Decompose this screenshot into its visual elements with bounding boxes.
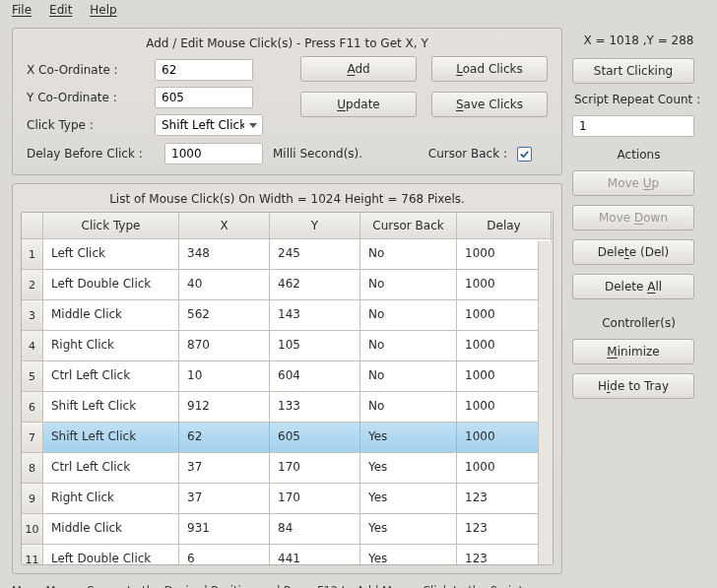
cell-cursorback: Yes xyxy=(360,453,457,483)
cell-x: 562 xyxy=(179,300,270,330)
cell-x: 912 xyxy=(179,392,270,422)
cell-cursorback: No xyxy=(360,361,457,391)
row-number: 6 xyxy=(22,392,43,422)
row-number: 8 xyxy=(22,453,43,483)
move-down-button[interactable]: Move Down xyxy=(572,205,694,230)
cell-x: 931 xyxy=(179,514,270,544)
save-clicks-button[interactable]: Save Clicks xyxy=(431,92,548,117)
menubar: File Edit Help xyxy=(0,0,717,20)
cell-x: 870 xyxy=(179,331,270,360)
cell-clicktype: Middle Click xyxy=(43,300,179,330)
cell-y: 605 xyxy=(270,423,360,452)
cell-x: 10 xyxy=(179,361,270,391)
controllers-label: Controller(s) xyxy=(572,314,705,330)
add-edit-panel: Add / Edit Mouse Click(s) - Press F11 to… xyxy=(12,28,562,175)
list-panel: List of Mouse Click(s) On Width = 1024 H… xyxy=(12,183,562,574)
table-row[interactable]: 2Left Double Click40462No1000 xyxy=(22,270,553,300)
actions-label: Actions xyxy=(572,146,705,162)
cell-x: 40 xyxy=(179,270,270,299)
cell-clicktype: Ctrl Left Click xyxy=(43,453,179,483)
row-number: 10 xyxy=(22,514,43,544)
th-clicktype[interactable]: Click Type xyxy=(43,213,179,238)
update-button[interactable]: Update xyxy=(300,92,417,117)
row-number: 1 xyxy=(22,239,43,269)
move-up-button[interactable]: Move Up xyxy=(572,170,694,196)
clicktype-select[interactable]: Shift Left Click xyxy=(155,114,263,136)
repeat-input[interactable] xyxy=(572,115,694,137)
delete-all-button[interactable]: Delete All xyxy=(572,274,694,299)
load-clicks-button[interactable]: Load Clicks xyxy=(431,56,548,82)
table-row[interactable]: 11Left Double Click6441Yes123 xyxy=(22,545,553,564)
status-bar: Move Mouse Cursor to the Desired Positio… xyxy=(0,578,717,588)
cell-x: 37 xyxy=(179,453,270,483)
cell-y: 105 xyxy=(270,331,360,360)
x-input[interactable] xyxy=(155,59,253,81)
table-row[interactable]: 5Ctrl Left Click10604No1000 xyxy=(22,361,553,392)
cell-y: 441 xyxy=(270,545,360,564)
cell-y: 170 xyxy=(270,453,360,483)
cell-cursorback: Yes xyxy=(360,545,457,564)
cursor-back-checkbox[interactable] xyxy=(517,147,532,162)
table-row[interactable]: 3Middle Click562143No1000 xyxy=(22,300,553,331)
repeat-label: Script Repeat Count : xyxy=(572,93,705,106)
th-cursorback[interactable]: Cursor Back xyxy=(360,213,457,238)
row-number: 9 xyxy=(22,484,43,513)
table-row[interactable]: 10Middle Click93184Yes123 xyxy=(22,514,553,545)
table-header: Click Type X Y Cursor Back Delay xyxy=(22,213,553,239)
table-row[interactable]: 8Ctrl Left Click37170Yes1000 xyxy=(22,453,553,484)
coords-readout: X = 1018 ,Y = 288 xyxy=(572,28,705,49)
cell-x: 6 xyxy=(179,545,270,564)
y-input[interactable] xyxy=(155,87,253,108)
hide-to-tray-button[interactable]: Hide to Tray xyxy=(572,373,694,399)
cell-clicktype: Right Click xyxy=(43,484,179,513)
minimize-button[interactable]: Minimize xyxy=(572,339,694,364)
th-delay[interactable]: Delay xyxy=(457,213,552,238)
list-title: List of Mouse Click(s) On Width = 1024 H… xyxy=(21,190,554,212)
table-row[interactable]: 6Shift Left Click912133No1000 xyxy=(22,392,553,423)
add-edit-title: Add / Edit Mouse Click(s) - Press F11 to… xyxy=(27,34,548,56)
x-label: X Co-Ordinate : xyxy=(27,63,155,77)
start-clicking-button[interactable]: Start Clicking xyxy=(572,58,694,84)
delete-button[interactable]: Delete (Del) xyxy=(572,239,694,265)
menu-file[interactable]: File xyxy=(12,3,32,17)
cell-clicktype: Shift Left Click xyxy=(43,423,179,452)
delay-input[interactable] xyxy=(164,143,263,164)
menu-edit[interactable]: Edit xyxy=(49,3,72,17)
cell-x: 37 xyxy=(179,484,270,513)
y-label: Y Co-Ordinate : xyxy=(27,91,155,104)
row-number: 5 xyxy=(22,361,43,391)
table-row[interactable]: 4Right Click870105No1000 xyxy=(22,331,553,361)
cell-y: 84 xyxy=(270,514,360,544)
cell-clicktype: Ctrl Left Click xyxy=(43,361,179,391)
menu-help[interactable]: Help xyxy=(90,3,116,17)
cell-clicktype: Left Double Click xyxy=(43,545,179,564)
cell-cursorback: Yes xyxy=(360,514,457,544)
cell-clicktype: Left Double Click xyxy=(43,270,179,299)
cell-clicktype: Shift Left Click xyxy=(43,392,179,422)
cell-cursorback: No xyxy=(360,270,457,299)
cell-cursorback: No xyxy=(360,392,457,422)
scrollbar[interactable] xyxy=(538,241,553,564)
table-row[interactable]: 1Left Click348245No1000 xyxy=(22,239,553,270)
row-number: 4 xyxy=(22,331,43,360)
row-number: 7 xyxy=(22,423,43,452)
clicks-table: Click Type X Y Cursor Back Delay 1Left C… xyxy=(21,212,554,565)
add-button[interactable]: Add xyxy=(300,56,417,82)
row-number: 11 xyxy=(22,545,43,564)
cursor-back-label: Cursor Back : xyxy=(428,147,507,161)
th-y[interactable]: Y xyxy=(270,213,360,238)
row-number: 3 xyxy=(22,300,43,330)
cell-cursorback: Yes xyxy=(360,423,457,452)
th-x[interactable]: X xyxy=(179,213,270,238)
cell-y: 170 xyxy=(270,484,360,513)
table-row[interactable]: 9Right Click37170Yes123 xyxy=(22,484,553,514)
cell-x: 62 xyxy=(179,423,270,452)
cell-x: 348 xyxy=(179,239,270,269)
cell-cursorback: Yes xyxy=(360,484,457,513)
table-row[interactable]: 7Shift Left Click62605Yes1000 xyxy=(22,423,553,453)
clicktype-label: Click Type : xyxy=(27,118,155,132)
cell-cursorback: No xyxy=(360,300,457,330)
check-icon xyxy=(519,149,530,160)
cell-clicktype: Right Click xyxy=(43,331,179,360)
cell-y: 143 xyxy=(270,300,360,330)
